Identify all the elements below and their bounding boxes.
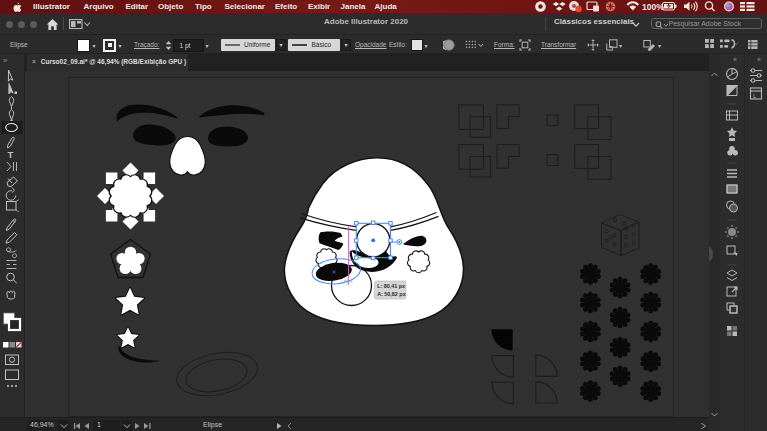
svg-text:«: « bbox=[757, 56, 761, 63]
svg-text:A: 50,82 px: A: 50,82 px bbox=[377, 291, 405, 297]
svg-text:«: « bbox=[733, 56, 737, 63]
svg-text:L: 80,41 px: L: 80,41 px bbox=[377, 283, 405, 289]
svg-text:100%: 100% bbox=[642, 2, 664, 12]
svg-text:»: » bbox=[3, 56, 8, 65]
svg-text:L: L bbox=[753, 93, 757, 99]
svg-text:T: T bbox=[8, 149, 14, 160]
